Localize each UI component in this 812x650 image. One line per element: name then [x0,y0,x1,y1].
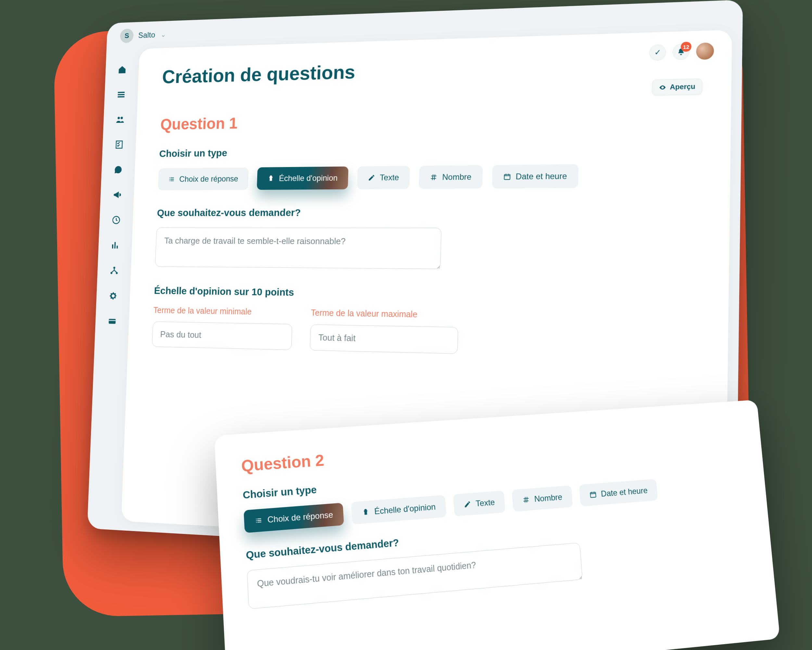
org-icon[interactable] [108,265,120,276]
home-icon[interactable] [117,64,128,75]
question-1-heading: Question 1 [160,105,702,133]
workspace-name: Salto [138,30,155,40]
type-choice[interactable]: Choix de réponse [158,167,249,190]
analytics-icon[interactable] [110,240,121,251]
type-choice-label: Choix de réponse [267,510,334,525]
preview-button[interactable]: Aperçu [652,78,702,95]
type-opinion-label: Échelle d'opinion [374,502,436,517]
scale-title: Échelle d'opinion sur 10 points [154,285,699,304]
megaphone-icon[interactable] [111,189,123,200]
header-actions: ✓ 12 [649,42,714,61]
type-opinion[interactable]: Échelle d'opinion [257,167,348,190]
avatar[interactable] [696,42,714,60]
question-2-card: Question 2 Choisir un type Choix de répo… [214,400,780,650]
type-opinion[interactable]: Échelle d'opinion [351,495,447,525]
type-text-label: Texte [380,173,399,183]
svg-point-1 [113,267,115,269]
min-term-input[interactable] [152,321,292,350]
survey-icon[interactable] [114,139,125,150]
type-text-label: Texte [476,497,495,508]
chevron-down-icon: ⌄ [160,31,166,38]
type-number[interactable]: Nombre [512,485,573,512]
type-choice[interactable]: Choix de réponse [244,503,344,533]
ask-label: Que souhaitez-vous demander? [157,206,701,219]
type-date-label: Date et heure [516,171,567,181]
settings-icon[interactable] [107,290,119,302]
svg-rect-4 [109,319,116,324]
check-icon[interactable]: ✓ [649,44,666,61]
notifications-button[interactable]: 12 [672,44,690,60]
type-chips-q1: Choix de réponse Échelle d'opinion Texte… [158,163,701,190]
type-opinion-label: Échelle d'opinion [279,173,337,183]
preview-label: Aperçu [670,83,695,91]
type-number[interactable]: Nombre [419,165,483,189]
svg-rect-5 [504,174,510,180]
type-text[interactable]: Texte [453,491,506,517]
billing-icon[interactable] [107,315,118,327]
svg-rect-6 [590,492,596,497]
min-term-label: Terme de la valeur minimale [153,306,293,318]
choose-type-label: Choisir un type [159,141,702,159]
type-choice-label: Choix de réponse [179,174,238,184]
list-icon[interactable] [116,89,127,101]
max-term-label: Terme de la valeur maximale [311,308,459,320]
chat-icon[interactable] [112,164,124,176]
notification-badge: 12 [681,41,691,52]
type-number-label: Nombre [442,172,472,182]
type-date[interactable]: Date et heure [492,164,578,188]
eye-icon [659,84,667,91]
question-1-input[interactable]: Ta charge de travail te semble-t-elle ra… [155,228,441,269]
workspace-badge: S [120,29,134,43]
type-date[interactable]: Date et heure [579,479,658,507]
users-icon[interactable] [114,114,126,125]
type-date-label: Date et heure [601,486,648,499]
type-text[interactable]: Texte [357,166,410,189]
clock-icon[interactable] [110,214,122,226]
max-term-input[interactable] [310,324,458,354]
type-number-label: Nombre [534,492,563,504]
